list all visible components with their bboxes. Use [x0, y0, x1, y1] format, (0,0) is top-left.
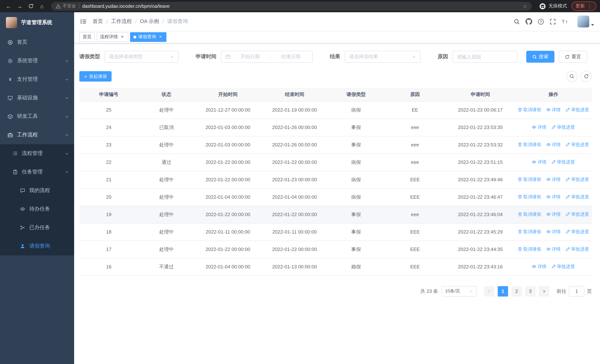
approval-progress-link[interactable]: 审批进度 — [566, 211, 589, 218]
search-button[interactable]: 搜索 — [526, 51, 554, 63]
sidebar-item-task-management[interactable]: 任务管理 — [0, 163, 74, 181]
approval-progress-link[interactable]: 审批进度 — [552, 159, 575, 165]
next-page-button[interactable] — [539, 286, 549, 296]
detail-link[interactable]: 详情 — [546, 107, 561, 113]
toggle-search-button[interactable] — [566, 71, 577, 82]
cell-apply-id: 23 — [79, 136, 138, 153]
approval-progress-link[interactable]: 审批进度 — [566, 177, 589, 183]
cancel-leave-link[interactable]: 取消请假 — [518, 177, 541, 183]
detail-link[interactable]: 详情 — [532, 263, 546, 270]
sidebar-item-infrastructure[interactable]: 基础设施 — [0, 89, 74, 107]
box-icon — [7, 114, 13, 119]
page-button-2[interactable]: 2 — [511, 286, 522, 296]
breadcrumb-workflow[interactable]: 工作流程 — [111, 18, 132, 25]
cancel-leave-link[interactable]: 取消请假 — [518, 229, 541, 235]
cancel-leave-link[interactable]: 取消请假 — [518, 246, 541, 252]
browser-menu-icon[interactable]: ⋮ — [587, 3, 592, 9]
detail-link[interactable]: 详情 — [546, 246, 561, 252]
cell-apply-time: 2022-01-22 23:53:32 — [446, 136, 515, 153]
sidebar-item-devtools[interactable]: 研发工具 — [0, 107, 74, 126]
search-icon[interactable] — [514, 18, 520, 25]
detail-link[interactable]: 详情 — [532, 159, 546, 165]
sidebar-item-leave-query[interactable]: 请假查询 — [0, 237, 74, 255]
reason-input[interactable] — [453, 51, 517, 62]
cell-end-time: 2022-01-23 00:00:00 — [261, 171, 328, 188]
back-icon[interactable]: ← — [4, 1, 13, 11]
prev-page-button[interactable] — [484, 286, 494, 296]
sidebar-item-done-tasks[interactable]: 已办任务 — [0, 218, 74, 237]
help-icon[interactable]: ? — [538, 18, 544, 25]
approval-progress-link[interactable]: 审批进度 — [566, 229, 589, 235]
start-date-input[interactable]: 开始日期 — [233, 53, 268, 60]
gear-icon — [7, 58, 13, 64]
breadcrumb-home[interactable]: 首页 — [93, 18, 103, 25]
approval-progress-link[interactable]: 审批进度 — [566, 142, 589, 148]
detail-link[interactable]: 详情 — [546, 194, 561, 200]
tab-process-detail[interactable]: 流程详情 × — [97, 32, 128, 42]
address-bar[interactable]: 不安全 dashboard.yudao.iocoder.cn/bpm/oa/le… — [51, 2, 532, 10]
cell-apply-time: 2022-01-22 23:46:47 — [446, 188, 515, 206]
sidebar-item-todo-tasks[interactable]: 待办任务 — [0, 200, 74, 218]
font-size-icon[interactable]: TT — [562, 18, 569, 25]
refresh-table-button[interactable] — [581, 71, 592, 82]
detail-link[interactable]: 详情 — [546, 229, 561, 235]
sidebar-item-process-management[interactable]: 流程管理 — [0, 144, 74, 163]
sidebar-item-system[interactable]: 系统管理 — [0, 52, 74, 70]
leave-type-select[interactable]: 请选择请假类型 — [104, 51, 179, 63]
cancel-leave-link[interactable]: 取消请假 — [518, 107, 541, 113]
approval-progress-link[interactable]: 审批进度 — [566, 107, 589, 113]
detail-link[interactable]: 详情 — [546, 177, 561, 183]
reset-button[interactable]: 重置 — [559, 51, 587, 63]
warning-icon — [56, 3, 61, 9]
close-icon[interactable]: × — [120, 34, 125, 39]
fullscreen-icon[interactable] — [550, 18, 556, 25]
cell-status: 处理中 — [138, 241, 195, 258]
tab-home[interactable]: 首页 — [79, 32, 95, 42]
github-icon[interactable] — [525, 18, 532, 25]
edit-icon — [552, 160, 556, 164]
detail-link[interactable]: 详情 — [546, 211, 561, 218]
cancel-leave-link[interactable]: 取消请假 — [518, 142, 541, 148]
date-range-picker[interactable]: 开始日期 - 结束日期 — [221, 51, 313, 63]
home-icon[interactable]: ⌂ — [37, 1, 47, 11]
approval-progress-link[interactable]: 审批进度 — [552, 263, 575, 270]
action-label: 取消请假 — [523, 194, 541, 200]
goto-page-input[interactable] — [569, 286, 584, 296]
cancel-leave-link[interactable]: 取消请假 — [518, 211, 541, 218]
cell-end-time: 2022-01-26 00:00:00 — [261, 136, 328, 153]
cell-actions: 取消请假 详情 审批进度 — [515, 241, 592, 258]
approval-progress-link[interactable]: 审批进度 — [566, 246, 589, 252]
update-button[interactable]: 更新 ⋮ — [572, 1, 596, 11]
yen-icon: ¥ — [7, 76, 13, 82]
detail-link[interactable]: 详情 — [546, 142, 561, 148]
create-leave-button[interactable]: + 发起请假 — [79, 71, 112, 82]
eye-icon — [546, 247, 551, 252]
breadcrumb-oa-example[interactable]: OA 示例 — [140, 18, 159, 25]
security-status[interactable]: 不安全 — [56, 3, 76, 9]
page-button-3[interactable]: 3 — [525, 286, 535, 296]
filter-label: 申请时间 — [196, 53, 216, 60]
sidebar-logo[interactable]: 芋道管理系统 — [0, 12, 74, 33]
page-size-select[interactable]: 10条/页 — [442, 286, 477, 296]
page-button-1[interactable]: 1 — [498, 286, 508, 296]
approval-progress-link[interactable]: 审批进度 — [552, 124, 575, 131]
sidebar-item-home[interactable]: 首页 — [0, 33, 74, 52]
sidebar-item-payment[interactable]: ¥ 支付管理 — [0, 70, 74, 89]
screen: ← → ⌂ 不安全 dashboard.yudao.iocoder.cn/bpm… — [0, 0, 600, 364]
reload-icon[interactable] — [26, 1, 36, 11]
sidebar-collapse-icon[interactable] — [80, 18, 87, 25]
action-label: 审批进度 — [557, 124, 575, 131]
detail-link[interactable]: 详情 — [532, 124, 546, 131]
sidebar-item-my-processes[interactable]: 我的流程 — [0, 181, 74, 200]
sidebar-item-workflow[interactable]: 工作流程 — [0, 126, 74, 144]
bookmark-star-icon[interactable]: ☆ — [523, 3, 527, 9]
approval-progress-link[interactable]: 审批进度 — [566, 194, 589, 200]
tab-leave-query[interactable]: 请假查询 × — [130, 32, 166, 42]
avatar[interactable] — [577, 16, 589, 28]
end-date-input[interactable]: 结束日期 — [273, 53, 308, 60]
close-icon[interactable]: × — [158, 34, 163, 39]
cancel-leave-link[interactable]: 取消请假 — [518, 194, 541, 200]
result-select[interactable]: 请选择流结果 — [345, 51, 421, 63]
forward-icon[interactable]: → — [15, 1, 24, 11]
user-menu[interactable] — [577, 16, 594, 28]
